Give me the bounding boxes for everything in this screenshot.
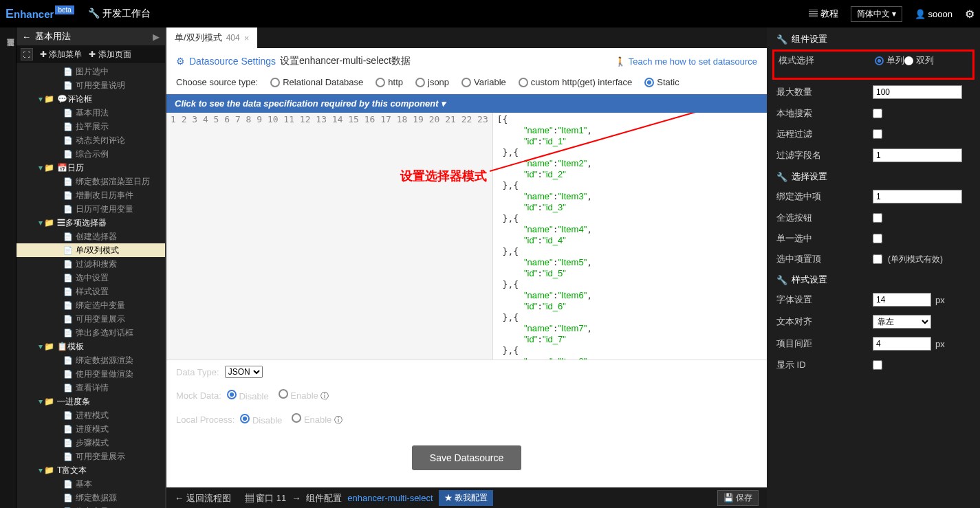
tree-item[interactable]: 📄绑定变量 — [17, 505, 165, 508]
tree-item[interactable]: 📄进度模式 — [17, 422, 165, 436]
component-link[interactable]: enhancer-multi-select — [347, 493, 433, 503]
tab-active[interactable]: 单/双列模式 404 × — [166, 27, 257, 48]
mock-label: Mock Data: — [176, 390, 221, 401]
rp-input[interactable] — [873, 293, 931, 307]
rp-row: 单一选中 — [776, 232, 970, 245]
language-select[interactable]: 简体中文 ▾ — [851, 6, 902, 22]
tree-category[interactable]: ▾📁💬评论框 — [17, 92, 165, 106]
tree-item[interactable]: 📄绑定选中变量 — [17, 298, 165, 312]
tree-item[interactable]: 📄弹出多选对话框 — [17, 326, 165, 340]
save-datasource-button[interactable]: Save Datasource — [412, 445, 521, 470]
tree-item[interactable]: 📄绑定数据源渲染 — [17, 353, 165, 367]
tree-item[interactable]: 📄使用变量做渲染 — [17, 367, 165, 381]
tree-item[interactable]: 📄可用变量说明 — [17, 78, 165, 92]
settings-icon[interactable]: ⚙ — [965, 8, 974, 21]
rp-input[interactable] — [873, 337, 931, 351]
tree-item[interactable]: 📄绑定数据源 — [17, 491, 165, 505]
tree-item[interactable]: 📄可用变量展示 — [17, 450, 165, 463]
save-bottom-button[interactable]: 💾 保存 — [717, 490, 759, 506]
tree-category[interactable]: ▾📁☰多项选择器 — [17, 216, 165, 230]
user-menu[interactable]: 👤 sooon — [915, 9, 952, 19]
rp-row: 显示 ID — [776, 359, 970, 371]
tutorial-link[interactable]: ▤ 教程 — [809, 8, 838, 20]
sidebar-header[interactable]: ← 基本用法 ▶ — [17, 27, 165, 45]
source-option[interactable]: Relational Database — [270, 77, 363, 87]
rp-section-head: 🔧 样式设置 — [776, 274, 970, 286]
rp-checkbox[interactable] — [873, 254, 882, 264]
tree-item[interactable]: 📄基本用法 — [17, 106, 165, 120]
source-option[interactable]: custom http(get) interface — [519, 77, 632, 87]
rp-input[interactable] — [873, 190, 962, 203]
tree-item[interactable]: 📄日历可使用变量 — [17, 202, 165, 216]
source-option[interactable]: jsonp — [415, 77, 449, 87]
rp-label: 字体设置 — [776, 294, 873, 306]
teach-link[interactable]: 🚶 Teach me how to set datasource — [615, 56, 757, 67]
mock-disable[interactable]: Disable — [227, 390, 269, 401]
tree-category[interactable]: ▾📁📅日历 — [17, 161, 165, 175]
source-option[interactable]: Variable — [461, 77, 506, 87]
tree-item[interactable]: 📄过滤和搜索 — [17, 257, 165, 271]
source-option[interactable]: http — [375, 77, 403, 87]
code-editor[interactable]: 1 2 3 4 5 6 7 8 9 10 11 12 13 14 15 16 1… — [166, 113, 767, 360]
ds-settings-link[interactable]: Datasource Settings — [189, 56, 276, 67]
spec-bar[interactable]: Click to see the data specification requ… — [166, 94, 767, 113]
rp-checkbox[interactable] — [873, 360, 882, 370]
rp-row: 模式选择单列 双列 — [778, 54, 968, 67]
workbench-link[interactable]: 🔧 开发工作台 — [88, 8, 151, 20]
add-page-button[interactable]: ✚ 添加页面 — [89, 49, 131, 60]
tree-category[interactable]: ▾📁📋模板 — [17, 340, 165, 353]
mode-option[interactable]: 双列 — [904, 54, 934, 67]
tree-item[interactable]: 📄绑定数据渲染至日历 — [17, 175, 165, 188]
tree-item[interactable]: 📄基本 — [17, 477, 165, 491]
tree-item[interactable]: 📄拉平展示 — [17, 120, 165, 133]
info-icon[interactable]: ⓘ — [320, 391, 329, 401]
mock-data-row: Mock Data: Disable Enable ⓘ — [166, 384, 767, 408]
local-enable[interactable]: Enable ⓘ — [292, 413, 342, 426]
source-option[interactable]: Static — [644, 77, 679, 87]
rp-input[interactable] — [873, 85, 962, 99]
rp-select[interactable]: 靠左 — [873, 315, 931, 329]
logo[interactable]: Enhancer — [6, 7, 54, 21]
tree-item[interactable]: 📄可用变量展示 — [17, 312, 165, 326]
rp-row: 项目间距px — [776, 337, 970, 351]
tree-item[interactable]: 📄查看详情 — [17, 381, 165, 395]
tree-item[interactable]: 📄综合示例 — [17, 147, 165, 161]
rp-checkbox[interactable] — [873, 129, 882, 139]
tree-item[interactable]: 📄创建选择器 — [17, 230, 165, 243]
tree-item[interactable]: 📄图片选中 — [17, 65, 165, 78]
tree-item[interactable]: 📄步骤模式 — [17, 436, 165, 450]
data-type-select[interactable]: JSON — [225, 366, 263, 378]
vside-item[interactable]: 三页面管理 — [6, 33, 16, 508]
rp-label: 绑定选中项 — [776, 190, 873, 203]
arrow-icon: → — [292, 493, 301, 503]
rp-label: 远程过滤 — [776, 128, 873, 140]
rp-checkbox[interactable] — [873, 213, 882, 223]
rp-row: 远程过滤 — [776, 128, 970, 140]
tree-item[interactable]: 📄选中设置 — [17, 271, 165, 285]
back-icon[interactable]: ← — [22, 32, 31, 42]
play-icon[interactable]: ▶ — [153, 32, 160, 42]
mode-option[interactable]: 单列 — [875, 54, 904, 67]
teach-config-button[interactable]: ★ 教我配置 — [439, 490, 493, 506]
tree-category[interactable]: ▾📁T富文本 — [17, 463, 165, 477]
rp-label: 模式选择 — [778, 54, 875, 67]
mock-enable[interactable]: Enable ⓘ — [279, 389, 329, 402]
rp-row: 选中项置顶(单列模式有效) — [776, 253, 970, 265]
add-menu-button[interactable]: ✚ 添加菜单 — [40, 49, 82, 60]
tree-item[interactable]: 📄增删改日历事件 — [17, 188, 165, 202]
tree-item[interactable]: 📄单/双列模式 — [17, 243, 165, 257]
tree-item[interactable]: 📄动态关闭评论 — [17, 133, 165, 147]
rp-checkbox[interactable] — [873, 109, 882, 118]
tab-close-icon[interactable]: × — [244, 33, 250, 43]
tree-category[interactable]: ▾📁━进度条 — [17, 395, 165, 408]
local-disable[interactable]: Disable — [240, 414, 282, 426]
rp-checkbox[interactable] — [873, 234, 882, 243]
rp-input[interactable] — [873, 148, 962, 162]
back-flow-link[interactable]: ← 返回流程图 — [175, 492, 231, 505]
tree-item[interactable]: 📄样式设置 — [17, 285, 165, 298]
expand-icon[interactable]: ⛶ — [21, 48, 33, 60]
info-icon[interactable]: ⓘ — [334, 415, 342, 425]
tree-item[interactable]: 📄进程模式 — [17, 408, 165, 422]
rp-row: 全选按钮 — [776, 212, 970, 224]
rp-row: 文本对齐靠左 — [776, 315, 970, 329]
